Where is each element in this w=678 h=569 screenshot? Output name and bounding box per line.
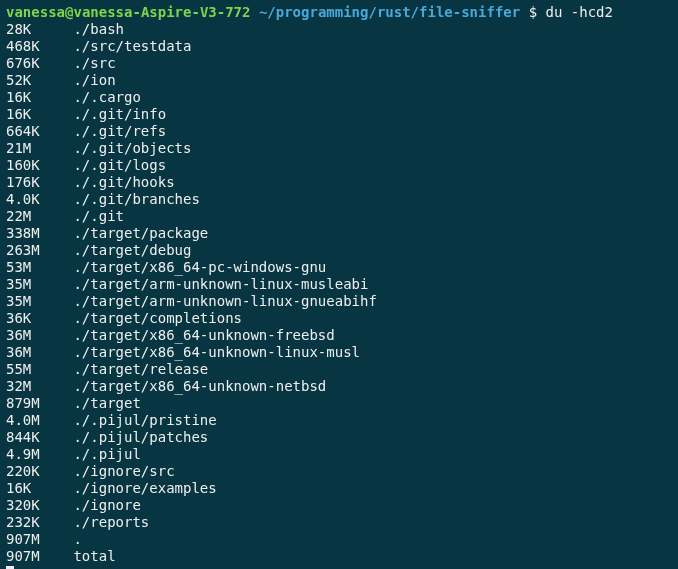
du-path: ./.git/hooks — [73, 174, 174, 190]
du-path: ./reports — [73, 514, 149, 530]
du-size: 664K — [6, 123, 73, 139]
du-row: 879M ./target — [6, 395, 672, 412]
du-row: 16K ./.git/info — [6, 106, 672, 123]
du-path: ./.git/info — [73, 106, 166, 122]
du-path: ./target/x86_64-unknown-linux-musl — [73, 344, 360, 360]
du-row: 338M ./target/package — [6, 225, 672, 242]
du-size: 4.0K — [6, 191, 73, 207]
du-row: 36M ./target/x86_64-unknown-freebsd — [6, 327, 672, 344]
du-row: 52K ./ion — [6, 72, 672, 89]
du-path: ./.git/logs — [73, 157, 166, 173]
du-size: 52K — [6, 72, 73, 88]
du-path: ./.cargo — [73, 89, 140, 105]
du-path: ./.pijul/patches — [73, 429, 208, 445]
du-row: 55M ./target/release — [6, 361, 672, 378]
du-size: 320K — [6, 497, 73, 513]
du-path: ./.git/objects — [73, 140, 191, 156]
du-row: 907M . — [6, 531, 672, 548]
du-size: 36K — [6, 310, 73, 326]
du-size: 4.9M — [6, 446, 73, 462]
du-path: ./.git/branches — [73, 191, 199, 207]
du-path: ./target/debug — [73, 242, 191, 258]
du-path: ./target/completions — [73, 310, 242, 326]
du-size: 160K — [6, 157, 73, 173]
du-row: 176K ./.git/hooks — [6, 174, 672, 191]
du-row: 36M ./target/x86_64-unknown-linux-musl — [6, 344, 672, 361]
du-size: 53M — [6, 259, 73, 275]
du-row: 664K ./.git/refs — [6, 123, 672, 140]
du-row: 35M ./target/arm-unknown-linux-gnueabihf — [6, 293, 672, 310]
du-size: 22M — [6, 208, 73, 224]
du-path: ./src/testdata — [73, 38, 191, 54]
du-size: 844K — [6, 429, 73, 445]
du-path: ./target/arm-unknown-linux-musleabi — [73, 276, 368, 292]
prompt-cwd: ~/programming/rust/file-sniffer — [259, 4, 520, 20]
du-path: ./ignore — [73, 497, 140, 513]
du-size: 16K — [6, 106, 73, 122]
du-size: 232K — [6, 514, 73, 530]
du-path: ./ion — [73, 72, 115, 88]
du-row: 4.9M ./.pijul — [6, 446, 672, 463]
du-row: 16K ./ignore/examples — [6, 480, 672, 497]
du-size: 338M — [6, 225, 73, 241]
du-row: 4.0M ./.pijul/pristine — [6, 412, 672, 429]
du-row: 676K ./src — [6, 55, 672, 72]
du-row: 907M total — [6, 548, 672, 565]
du-row: 844K ./.pijul/patches — [6, 429, 672, 446]
du-path: ./target/x86_64-unknown-freebsd — [73, 327, 334, 343]
du-path: ./target/arm-unknown-linux-gnueabihf — [73, 293, 376, 309]
prompt-line[interactable]: vanessa@vanessa-Aspire-V3-772 ~/programm… — [6, 4, 672, 21]
du-size: 907M — [6, 548, 73, 564]
du-size: 220K — [6, 463, 73, 479]
du-size: 16K — [6, 480, 73, 496]
du-row: 4.0K ./.git/branches — [6, 191, 672, 208]
du-path: ./target/package — [73, 225, 208, 241]
prompt-command: du -hcd2 — [546, 4, 613, 20]
du-size: 32M — [6, 378, 73, 394]
du-row: 220K ./ignore/src — [6, 463, 672, 480]
du-path: ./.git/refs — [73, 123, 166, 139]
du-row: 32M ./target/x86_64-unknown-netbsd — [6, 378, 672, 395]
du-path: ./target/x86_64-unknown-netbsd — [73, 378, 326, 394]
du-row: 22M ./.git — [6, 208, 672, 225]
du-path: ./.pijul/pristine — [73, 412, 216, 428]
du-size: 36M — [6, 327, 73, 343]
du-path: ./target/x86_64-pc-windows-gnu — [73, 259, 326, 275]
du-path: total — [73, 548, 115, 564]
du-size: 28K — [6, 21, 73, 37]
du-path: ./.pijul — [73, 446, 140, 462]
du-row: 16K ./.cargo — [6, 89, 672, 106]
du-path: ./target — [73, 395, 140, 411]
du-path: ./ignore/src — [73, 463, 174, 479]
next-prompt-line[interactable] — [6, 565, 672, 569]
du-row: 36K ./target/completions — [6, 310, 672, 327]
du-row: 320K ./ignore — [6, 497, 672, 514]
du-size: 176K — [6, 174, 73, 190]
du-size: 879M — [6, 395, 73, 411]
prompt-host: vanessa-Aspire-V3-772 — [73, 4, 250, 20]
du-path: ./bash — [73, 21, 124, 37]
du-path: . — [73, 531, 81, 547]
du-size: 35M — [6, 293, 73, 309]
du-row: 28K ./bash — [6, 21, 672, 38]
du-path: ./.git — [73, 208, 124, 224]
du-size: 21M — [6, 140, 73, 156]
du-row: 35M ./target/arm-unknown-linux-musleabi — [6, 276, 672, 293]
du-size: 36M — [6, 344, 73, 360]
du-row: 468K ./src/testdata — [6, 38, 672, 55]
du-size: 907M — [6, 531, 73, 547]
du-row: 263M ./target/debug — [6, 242, 672, 259]
du-row: 160K ./.git/logs — [6, 157, 672, 174]
du-size: 55M — [6, 361, 73, 377]
prompt-user: vanessa — [6, 4, 65, 20]
du-size: 263M — [6, 242, 73, 258]
du-path: ./src — [73, 55, 115, 71]
du-row: 53M ./target/x86_64-pc-windows-gnu — [6, 259, 672, 276]
du-row: 21M ./.git/objects — [6, 140, 672, 157]
du-size: 676K — [6, 55, 73, 71]
du-size: 4.0M — [6, 412, 73, 428]
du-size: 16K — [6, 89, 73, 105]
prompt-symbol: $ — [529, 4, 537, 20]
du-output: 28K ./bash468K ./src/testdata676K ./src5… — [6, 21, 672, 565]
du-size: 468K — [6, 38, 73, 54]
